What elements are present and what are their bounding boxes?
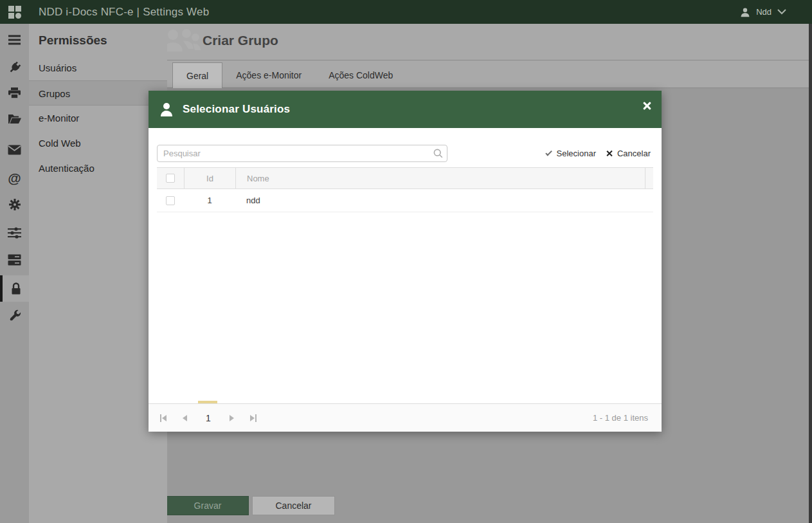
grid-header-spacer	[645, 168, 653, 188]
printer-icon[interactable]	[0, 80, 29, 106]
user-menu[interactable]: Ndd	[740, 0, 786, 24]
person-icon	[158, 101, 175, 118]
folder-open-icon[interactable]	[0, 106, 29, 132]
page-scrollbar[interactable]	[809, 24, 812, 523]
column-header-id[interactable]: Id	[184, 168, 235, 188]
cell-id: 1	[184, 189, 235, 212]
app-logo-icon[interactable]	[8, 6, 21, 19]
next-page-button[interactable]	[228, 414, 235, 423]
permissions-panel: Permissões Usuários Grupos e-Monitor Col…	[29, 24, 167, 523]
cell-nome: ndd	[235, 189, 653, 212]
select-button-label: Selecionar	[557, 149, 596, 158]
table-row[interactable]: 1 ndd	[157, 189, 653, 212]
tab-geral[interactable]: Geral	[172, 62, 222, 88]
close-icon[interactable]	[641, 100, 653, 111]
row-checkbox[interactable]	[166, 196, 175, 205]
check-icon	[545, 149, 552, 156]
mail-icon[interactable]	[0, 137, 29, 163]
lock-icon[interactable]	[0, 275, 29, 302]
grid-header: Id Nome	[157, 167, 653, 189]
cancel-button[interactable]: Cancelar	[252, 496, 335, 515]
page-header-band: Criar Grupo	[167, 24, 812, 60]
last-page-button[interactable]	[249, 413, 258, 423]
sidebar-item-cold-web[interactable]: Cold Web	[29, 131, 167, 156]
user-name: Ndd	[756, 7, 771, 17]
sidebar-item-grupos[interactable]: Grupos	[29, 80, 167, 106]
pager-info: 1 - 1 de 1 itens	[593, 413, 648, 423]
menu-icon[interactable]	[0, 27, 29, 53]
cancel-button-label: Cancelar	[617, 149, 651, 158]
wrench-icon[interactable]	[0, 303, 29, 329]
gear-icon[interactable]	[0, 192, 29, 217]
search-input[interactable]	[157, 145, 447, 162]
tab-acoes-coldweb[interactable]: Ações ColdWeb	[315, 62, 406, 88]
sidebar-item-e-monitor[interactable]: e-Monitor	[29, 106, 167, 131]
first-page-button[interactable]	[159, 413, 168, 423]
modal-header: Selecionar Usuários	[149, 91, 662, 128]
modal-cancel-button[interactable]: Cancelar	[606, 149, 651, 158]
modal-title: Selecionar Usuários	[183, 103, 290, 116]
plug-icon[interactable]	[0, 55, 29, 80]
server-icon[interactable]	[0, 247, 29, 273]
at-sign-icon[interactable]: @	[0, 165, 29, 190]
sliders-icon[interactable]	[0, 220, 29, 246]
save-button[interactable]: Gravar	[167, 496, 249, 515]
page-title: Criar Grupo	[203, 33, 278, 48]
topbar: NDD i-Docs NFC-e | Settings Web Ndd	[0, 0, 812, 24]
column-header-nome[interactable]: Nome	[235, 168, 645, 188]
select-button[interactable]: Selecionar	[546, 149, 596, 158]
page-number[interactable]: 1	[202, 413, 215, 423]
select-users-modal: Selecionar Usuários Selecionar Cancelar …	[149, 91, 662, 432]
panel-title: Permissões	[29, 24, 167, 55]
user-icon	[740, 7, 750, 17]
sidebar-item-autenticacao[interactable]: Autenticação	[29, 156, 167, 181]
modal-actions: Selecionar Cancelar	[546, 145, 651, 162]
select-all-checkbox[interactable]	[166, 174, 175, 183]
sidebar-item-usuarios[interactable]: Usuários	[29, 55, 167, 80]
chevron-down-icon	[777, 9, 786, 15]
icon-rail: @	[0, 24, 29, 523]
previous-page-button[interactable]	[181, 414, 188, 423]
tab-acoes-e-monitor[interactable]: Ações e-Monitor	[222, 62, 315, 88]
x-icon	[606, 150, 613, 157]
tabstrip: Geral Ações e-Monitor Ações ColdWeb	[167, 60, 812, 88]
app-title: NDD i-Docs NFC-e | Settings Web	[39, 6, 209, 19]
pager: 1 1 - 1 de 1 itens	[149, 403, 662, 432]
group-people-icon	[162, 27, 202, 58]
